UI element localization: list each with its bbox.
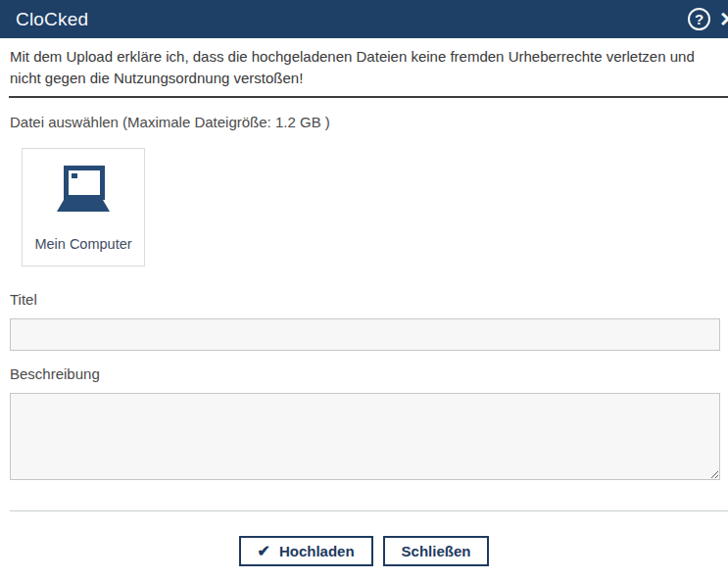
checkmark-icon: ✔ — [258, 542, 270, 560]
file-select-label: Datei auswählen (Maximale Dateigröße: 1.… — [10, 114, 718, 130]
upload-button[interactable]: ✔ Hochladen — [239, 536, 373, 566]
source-tile-label: Mein Computer — [34, 236, 131, 252]
page-title: CloCked — [16, 9, 88, 30]
action-button-row: ✔ Hochladen Schließen — [0, 536, 728, 566]
help-icon[interactable]: ? — [688, 8, 710, 30]
title-input[interactable] — [10, 318, 720, 351]
laptop-icon — [52, 164, 115, 220]
statement-divider — [9, 96, 728, 98]
source-tile-my-computer[interactable]: Mein Computer — [22, 148, 145, 266]
description-textarea[interactable] — [10, 393, 720, 480]
copyright-statement: Mit dem Upload erkläre ich, dass die hoc… — [10, 46, 720, 89]
close-button[interactable]: Schließen — [383, 536, 490, 566]
upload-button-label: Hochladen — [279, 543, 355, 559]
title-label: Titel — [10, 291, 718, 308]
close-icon[interactable]: ✕ — [719, 0, 728, 38]
header-icon-group: ? ✕ — [688, 0, 728, 38]
actions-divider — [10, 510, 728, 511]
description-label: Beschreibung — [10, 365, 718, 382]
dialog-header: CloCked ? ✕ — [0, 0, 728, 38]
close-button-label: Schließen — [402, 543, 471, 559]
